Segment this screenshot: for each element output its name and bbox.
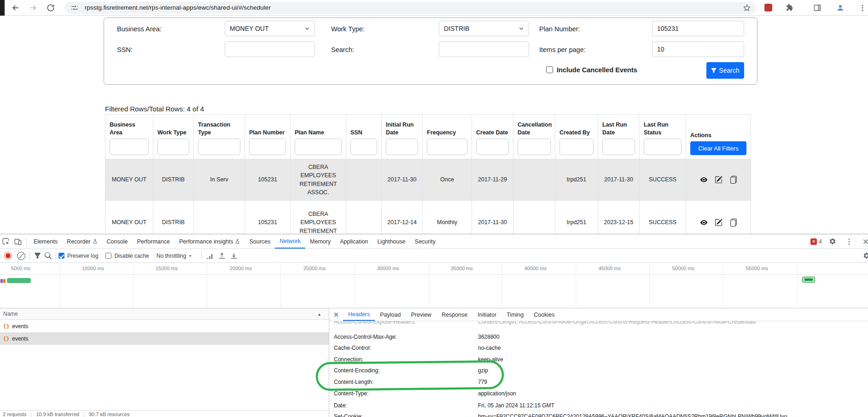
resources-size: 90.7 kB resources [84,411,134,417]
timeline-tick: 40000 ms [505,266,547,271]
bookmark-star-icon[interactable] [743,4,751,12]
tab-headers[interactable]: Headers [343,308,375,321]
request-details-panel: ✕ Headers Payload Preview Response Initi… [329,308,868,417]
tab-cookies[interactable]: Cookies [529,308,559,321]
view-icon[interactable] [700,219,708,226]
view-icon[interactable] [700,176,708,184]
preserve-log-checkbox[interactable] [58,253,64,259]
filter-last-run-status[interactable] [644,139,682,155]
close-details-icon[interactable]: ✕ [329,308,343,321]
filter-create-date[interactable] [476,139,509,155]
flask-icon [235,239,240,244]
filter-plan-name[interactable] [295,139,342,155]
filter-initial-run-date[interactable] [386,139,418,155]
tab-timing[interactable]: Timing [501,308,529,321]
edit-icon[interactable] [715,176,722,184]
tab-application[interactable]: Application [335,234,373,249]
filter-plan-number[interactable] [249,139,286,155]
site-settings-icon[interactable] [71,4,78,12]
network-conditions-icon[interactable] [206,252,214,260]
cell: MONEY OUT [105,200,153,234]
error-badge[interactable]: ✕4 [810,238,822,245]
plan-number-input[interactable] [652,21,744,36]
device-toolbar-icon[interactable] [14,237,22,246]
name-column-header[interactable]: Name ▲ [0,308,329,320]
tab-elements[interactable]: Elements [29,234,62,249]
search-input[interactable] [439,41,529,57]
tab-preview[interactable]: Preview [406,308,436,321]
tab-recorder[interactable]: Recorder [62,234,102,249]
forward-icon[interactable] [29,3,38,12]
ssn-input[interactable] [225,41,315,57]
timeline-tick: 15000 ms [136,266,178,271]
header-row: Content-Length:779 [329,379,868,386]
network-overview[interactable] [0,275,868,308]
business-area-select[interactable]: MONEY OUT [225,21,315,36]
tab-lighthouse[interactable]: Lighthouse [373,234,410,249]
tab-performance-insights[interactable]: Performance insights [175,234,245,249]
record-network-log-icon[interactable] [6,253,11,258]
disable-cache-checkbox[interactable] [105,253,111,259]
tab-payload[interactable]: Payload [375,308,406,321]
tab-performance[interactable]: Performance [132,234,175,249]
clear-network-log-icon[interactable] [17,252,25,260]
tab-memory[interactable]: Memory [305,234,335,249]
network-settings-icon[interactable] [862,252,868,260]
back-icon[interactable] [11,3,20,12]
timeline-tick: 25000 ms [284,266,326,271]
chevron-down-icon [518,26,524,31]
inspect-element-icon[interactable] [2,237,10,246]
tab-security[interactable]: Security [410,234,440,249]
tab-network[interactable]: Network [275,234,305,249]
devtools-settings-icon[interactable] [828,237,837,246]
import-har-icon[interactable] [230,252,238,260]
filter-business-area[interactable] [110,139,149,155]
clear-all-filters-button[interactable]: Clear All Filters [690,141,746,155]
reload-icon[interactable] [46,3,55,12]
copy-icon[interactable] [729,219,737,226]
filter-work-type[interactable] [157,139,189,155]
throttling-select[interactable]: No throttling [157,253,186,259]
col-header-actions: ActionsClear All Filters [686,114,751,159]
search-network-icon[interactable] [45,252,52,259]
waterfall-bar [7,278,31,283]
tab-response[interactable]: Response [437,308,472,321]
url-bar[interactable]: rpsstg.fisretirement.net/rps-internal-ap… [64,2,756,14]
filter-frequency[interactable] [427,139,467,155]
filter-cancellation-date[interactable] [518,139,551,155]
tab-console[interactable]: Console [102,234,133,249]
tab-initiator[interactable]: Initiator [472,308,501,321]
copy-icon[interactable] [729,176,737,184]
cell: trpd251 [555,200,598,234]
timeline-tick: 10000 ms [63,266,104,271]
filter-icon[interactable] [34,252,41,259]
export-har-icon[interactable] [218,252,226,260]
items-per-page-input[interactable] [652,41,744,57]
edit-icon[interactable] [715,219,722,226]
side-panel-icon[interactable] [813,4,821,12]
search-label: Search: [331,46,354,53]
request-row-selected[interactable]: {} events [0,332,329,345]
url-text[interactable]: rpsstg.fisretirement.net/rps-internal-ap… [85,4,271,11]
error-count: 4 [819,238,822,245]
timeline-ruler[interactable]: 5000 ms 10000 ms 15000 ms 20000 ms 25000… [0,263,868,275]
devtools-menu-icon[interactable] [845,237,853,246]
profile-avatar[interactable] [836,4,845,12]
browser-menu-icon[interactable] [858,4,867,12]
funnel-icon [711,68,717,73]
search-button[interactable]: Search [706,62,744,79]
cell: trpd251 [555,159,598,200]
extensions-puzzle-icon[interactable] [786,4,794,12]
include-cancelled-checkbox[interactable] [546,66,553,73]
filter-transaction-type[interactable] [198,139,240,155]
tab-sources[interactable]: Sources [245,234,275,249]
filter-last-run-date[interactable] [602,139,635,155]
work-type-select[interactable]: DISTRIB [439,21,529,36]
filter-created-by[interactable] [559,139,594,155]
header-row: Date:Fri, 05 Jan 2024 11:12:15 GMT [329,402,868,410]
extension-icon[interactable] [764,4,772,12]
devtools-close-icon[interactable] [862,237,868,246]
request-row[interactable]: {} events [0,320,329,332]
filter-ssn[interactable] [350,139,377,155]
timeline-tick: 45000 ms [579,266,621,271]
